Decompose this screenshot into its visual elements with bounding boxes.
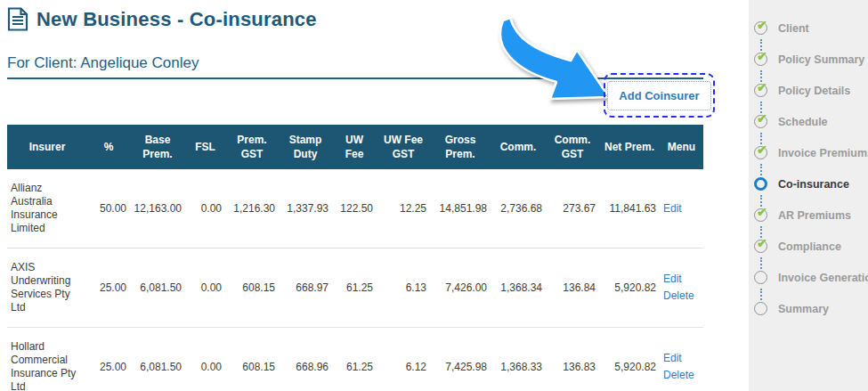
content-area: New Business - Co-insurance For Client: …	[7, 0, 703, 79]
wizard-step[interactable]: ✔ Policy Details	[749, 84, 868, 115]
wizard-step[interactable]: ✔ Summary	[749, 302, 868, 333]
coinsurer-table: Insurer%Base Prem.FSLPrem. GSTStamp Duty…	[7, 125, 703, 391]
base-premium-cell: 12,163.00	[130, 169, 185, 248]
commission-gst-cell: 136.83	[546, 328, 599, 391]
step-label: Client	[778, 21, 809, 37]
column-header: Menu	[660, 125, 703, 169]
premium-gst-cell: 608.15	[225, 328, 279, 391]
insurer-name-cell: AXIS Underwriting Services Pty Ltd	[7, 248, 87, 328]
gross-premium-cell: 14,851.98	[430, 169, 491, 248]
fsl-cell: 0.00	[185, 169, 225, 248]
step-status-icon: ✔	[754, 240, 769, 255]
step-status-icon: ✔	[754, 302, 769, 317]
commission-cell: 1,368.34	[491, 248, 546, 328]
net-premium-cell: 5,920.82	[599, 328, 660, 391]
menu-cell: Edit Delete	[660, 328, 703, 391]
step-circle-icon	[754, 302, 767, 315]
edit-link[interactable]: Edit	[663, 200, 700, 217]
column-header: Comm. GST	[546, 125, 599, 169]
percent-cell: 50.00	[87, 169, 130, 248]
net-premium-cell: 11,841.63	[599, 169, 660, 248]
step-label: AR Premiums	[778, 208, 851, 224]
step-status-icon: ✔	[754, 21, 769, 37]
commission-gst-cell: 273.67	[546, 169, 599, 248]
base-premium-cell: 6,081.50	[130, 248, 185, 328]
gross-premium-cell: 7,426.00	[430, 248, 491, 328]
base-premium-cell: 6,081.50	[130, 328, 185, 391]
wizard-step[interactable]: ✔ Policy Summary	[749, 53, 868, 84]
commission-gst-cell: 136.84	[546, 248, 599, 328]
edit-link[interactable]: Edit	[663, 271, 700, 288]
green-check-icon: ✔	[757, 80, 767, 94]
wizard-step[interactable]: ✔ AR Premiums	[749, 208, 868, 240]
step-status-icon: ✔	[754, 115, 769, 130]
column-header: Insurer	[7, 125, 87, 169]
insurer-name-cell: Allianz Australia Insurance Limited	[7, 169, 87, 248]
green-check-icon: ✔	[757, 18, 767, 32]
fsl-cell: 0.00	[185, 248, 225, 328]
commission-cell: 1,368.33	[491, 328, 546, 391]
stamp-duty-cell: 668.96	[279, 328, 332, 391]
step-status-icon: ✔	[754, 84, 769, 99]
insurer-name-cell: Hollard Commercial Insurance Pty Ltd	[7, 328, 87, 391]
step-label: Schedule	[778, 115, 828, 130]
column-header: Prem. GST	[225, 125, 279, 169]
step-status-icon: ✔	[754, 208, 769, 224]
step-status-icon: ✔	[754, 53, 769, 68]
page-title: New Business - Co-insurance	[37, 8, 317, 31]
table-row: AXIS Underwriting Services Pty Ltd 25.00…	[7, 248, 703, 328]
column-header: UW Fee	[332, 125, 377, 169]
uw-fee-cell: 61.25	[332, 248, 377, 328]
step-status-icon: ✔	[754, 271, 769, 286]
wizard-step[interactable]: ✔ Compliance	[749, 240, 868, 271]
document-icon	[7, 7, 28, 31]
fsl-cell: 0.00	[185, 328, 225, 391]
delete-link[interactable]: Delete	[663, 288, 700, 305]
uw-fee-gst-cell: 12.25	[377, 169, 430, 248]
uw-fee-cell: 122.50	[332, 169, 377, 248]
step-circle-icon	[754, 271, 767, 284]
premium-gst-cell: 608.15	[225, 248, 279, 328]
coinsurer-table-body: Allianz Australia Insurance Limited 50.0…	[7, 169, 703, 391]
edit-link[interactable]: Edit	[663, 350, 700, 367]
step-label: Invoice Premiums	[778, 146, 868, 161]
step-label: Policy Details	[778, 84, 850, 99]
wizard-step[interactable]: ✔ Schedule	[749, 115, 868, 146]
net-premium-cell: 5,920.82	[599, 248, 660, 328]
menu-cell: Edit Delete	[660, 248, 703, 328]
step-label: Co-insurance	[778, 177, 849, 192]
green-check-icon: ✔	[757, 49, 767, 63]
add-coinsurer-button[interactable]: Add Coinsurer	[607, 81, 710, 110]
wizard-steps-list: ✔ Client ✔ Policy Summary ✔ Policy Detai…	[749, 0, 868, 333]
step-status-icon: ✔	[754, 177, 769, 192]
green-check-icon: ✔	[757, 143, 767, 157]
column-header: Base Prem.	[130, 125, 185, 169]
wizard-step[interactable]: ✔ Invoice Generation	[749, 271, 868, 302]
step-label: Summary	[778, 302, 829, 317]
step-label: Compliance	[778, 240, 841, 255]
step-label: Policy Summary	[778, 53, 864, 68]
delete-link[interactable]: Delete	[663, 367, 700, 384]
wizard-step[interactable]: ✔ Client	[749, 21, 868, 53]
uw-fee-gst-cell: 6.13	[377, 248, 430, 328]
page-header: New Business - Co-insurance	[7, 7, 703, 31]
wizard-sidebar: ✔ Client ✔ Policy Summary ✔ Policy Detai…	[749, 0, 868, 391]
add-coinsurer-highlight: Add Coinsurer	[604, 73, 715, 118]
column-header: UW Fee GST	[377, 125, 430, 169]
stamp-duty-cell: 1,337.93	[279, 169, 332, 248]
green-check-icon: ✔	[757, 111, 767, 126]
column-header: %	[87, 125, 130, 169]
uw-fee-gst-cell: 6.12	[377, 328, 430, 391]
step-status-icon: ✔	[754, 146, 769, 161]
commission-cell: 2,736.68	[491, 169, 546, 248]
percent-cell: 25.00	[87, 248, 130, 328]
percent-cell: 25.00	[87, 328, 130, 391]
green-check-icon: ✔	[757, 205, 767, 219]
wizard-step[interactable]: ✔ Co-insurance	[749, 177, 868, 208]
uw-fee-cell: 61.25	[332, 328, 377, 391]
gross-premium-cell: 7,425.98	[430, 328, 491, 391]
wizard-step[interactable]: ✔ Invoice Premiums	[749, 146, 868, 177]
client-subtitle: For Client: Angelique Conley	[7, 54, 703, 79]
table-row: Hollard Commercial Insurance Pty Ltd 25.…	[7, 328, 703, 391]
green-check-icon: ✔	[757, 236, 767, 250]
